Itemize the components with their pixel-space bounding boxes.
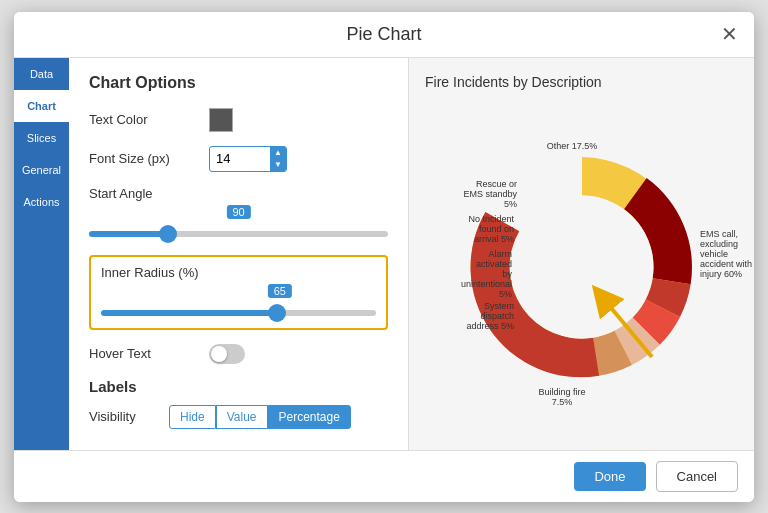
panel-title: Chart Options — [89, 74, 388, 92]
donut-hole — [510, 195, 653, 338]
dialog-title: Pie Chart — [346, 24, 421, 45]
start-angle-label: Start Angle — [89, 186, 388, 201]
visibility-row: Visibility Hide Value Percentage — [89, 405, 388, 429]
label-rescue1: Rescue or — [475, 179, 516, 189]
text-color-swatch[interactable] — [209, 108, 233, 132]
dialog-header: Pie Chart ✕ — [14, 12, 754, 58]
start-angle-slider[interactable] — [89, 231, 388, 237]
donut-chart-svg: EMS call, excluding vehicle accident wit… — [427, 112, 737, 422]
done-button[interactable]: Done — [574, 462, 645, 491]
inner-radius-bubble: 65 — [268, 284, 292, 298]
inner-radius-section: Inner Radius (%) 65 — [101, 265, 376, 320]
dialog-body: Data Chart Slices General Actions Chart … — [14, 58, 754, 450]
label-ems2: excluding — [700, 239, 738, 249]
label-other: Other 17.5% — [546, 141, 597, 151]
label-system3: address 5% — [466, 321, 514, 331]
label-alarm2: activated — [475, 259, 511, 269]
label-building2: 7.5% — [551, 397, 572, 407]
visibility-percentage-button[interactable]: Percentage — [268, 405, 351, 429]
chart-area: EMS call, excluding vehicle accident wit… — [425, 100, 738, 434]
sidebar: Data Chart Slices General Actions — [14, 58, 69, 450]
hover-text-row: Hover Text — [89, 344, 388, 364]
text-color-row: Text Color — [89, 108, 388, 132]
spin-buttons: ▲ ▼ — [270, 147, 286, 171]
label-system2: dispatch — [480, 311, 514, 321]
label-alarm3: by — [502, 269, 512, 279]
label-ems3: vehicle — [700, 249, 728, 259]
visibility-hide-button[interactable]: Hide — [169, 405, 216, 429]
sidebar-item-data[interactable]: Data — [14, 58, 69, 90]
start-angle-section: Start Angle 90 — [89, 186, 388, 241]
font-size-label: Font Size (px) — [89, 151, 209, 166]
label-alarm4: unintentional — [460, 279, 511, 289]
hover-text-label: Hover Text — [89, 346, 209, 361]
sidebar-item-chart[interactable]: Chart — [14, 90, 69, 122]
label-noincident2: found on — [478, 224, 513, 234]
label-rescue3: 5% — [503, 199, 516, 209]
label-noincident3: arrival 5% — [473, 234, 513, 244]
label-alarm5: 5% — [498, 289, 511, 299]
toggle-knob — [211, 346, 227, 362]
right-panel: Fire Incidents by Description — [409, 58, 754, 450]
start-angle-slider-wrap: 90 — [89, 205, 388, 241]
inner-radius-slider[interactable] — [101, 310, 376, 316]
sidebar-item-actions[interactable]: Actions — [14, 186, 69, 218]
cancel-button[interactable]: Cancel — [656, 461, 738, 492]
dialog-footer: Done Cancel — [14, 450, 754, 502]
label-noincident1: No Incident — [468, 214, 514, 224]
spin-down-button[interactable]: ▼ — [270, 159, 286, 171]
sidebar-item-slices[interactable]: Slices — [14, 122, 69, 154]
inner-radius-label: Inner Radius (%) — [101, 265, 376, 280]
font-size-input[interactable]: 14 — [210, 148, 270, 169]
inner-radius-highlighted-row: Inner Radius (%) 65 — [89, 255, 388, 330]
label-system1: System — [483, 301, 513, 311]
left-panel: Chart Options Text Color Font Size (px) … — [69, 58, 409, 450]
label-building1: Building fire — [538, 387, 585, 397]
labels-section-title: Labels — [89, 378, 388, 395]
label-ems5: injury 60% — [700, 269, 742, 279]
visibility-value-button[interactable]: Value — [216, 405, 268, 429]
sidebar-item-general[interactable]: General — [14, 154, 69, 186]
close-button[interactable]: ✕ — [721, 24, 738, 44]
label-ems: EMS call, — [700, 229, 738, 239]
visibility-label: Visibility — [89, 409, 169, 424]
font-size-input-wrap: 14 ▲ ▼ — [209, 146, 287, 172]
font-size-row: Font Size (px) 14 ▲ ▼ — [89, 146, 388, 172]
pie-chart-dialog: Pie Chart ✕ Data Chart Slices General Ac… — [14, 12, 754, 502]
start-angle-bubble: 90 — [226, 205, 250, 219]
spin-up-button[interactable]: ▲ — [270, 147, 286, 159]
hover-text-toggle[interactable] — [209, 344, 245, 364]
label-rescue2: EMS standby — [463, 189, 517, 199]
inner-radius-slider-wrap: 65 — [101, 284, 376, 320]
label-ems4: accident with — [700, 259, 752, 269]
label-alarm1: Alarm — [488, 249, 512, 259]
text-color-label: Text Color — [89, 112, 209, 127]
chart-title: Fire Incidents by Description — [425, 74, 738, 90]
